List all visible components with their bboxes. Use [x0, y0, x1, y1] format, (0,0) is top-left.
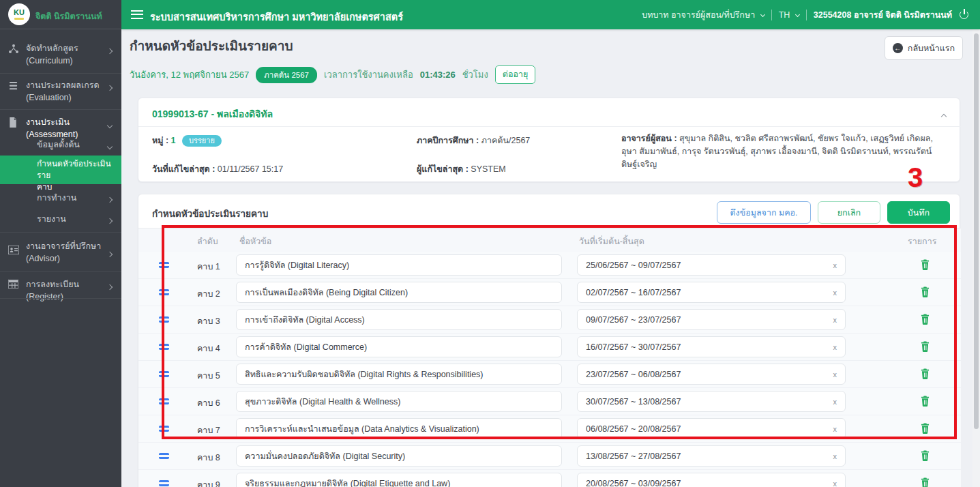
drag-handle-icon[interactable] [159, 398, 169, 404]
sidebar-item-initial-data[interactable]: ข้อมูลตั้งต้น [37, 138, 80, 151]
drag-handle-icon[interactable] [159, 480, 169, 486]
current-date: วันอังคาร, 12 พฤศจิกายน 2567 [130, 68, 249, 82]
drag-handle-icon[interactable] [159, 316, 169, 323]
back-home-button[interactable]: ← กลับหน้าแรก [885, 36, 963, 60]
session-remaining-label: เวลาการใช้งานคงเหลือ [324, 68, 413, 82]
cancel-button[interactable]: ยกเลิก [818, 201, 880, 224]
advisor-icon [8, 246, 19, 256]
delete-row-trash-icon[interactable] [920, 423, 931, 434]
topic-input[interactable]: การรู้ดิจิทัล (Digital Literacy) [236, 254, 562, 276]
delete-row-trash-icon[interactable] [920, 314, 931, 325]
delete-row-trash-icon[interactable] [920, 477, 931, 487]
topic-input[interactable]: สุขภาวะดิจิทัล (Digital Health & Wellnes… [236, 391, 562, 412]
sidebar-item-label: การทำงาน [37, 191, 76, 205]
clear-date-icon[interactable]: x [833, 398, 837, 406]
import-from-tqf-button[interactable]: ดึงข้อมูลจาก มคอ. [717, 201, 811, 224]
topic-input[interactable]: การค้าดิจิทัล (Digital Commerce) [236, 336, 562, 357]
topic-input[interactable]: การวิเคราะห์และนำเสนอข้อมูล (Data Analyt… [236, 418, 562, 439]
sidebar-user-name: จิตติ นิรมิตรานนท์ [35, 10, 102, 23]
language-dropdown[interactable]: TH [779, 10, 799, 20]
role-dropdown[interactable]: บทบาท อาจารย์ผู้สอน/ที่ปรึกษา [642, 8, 764, 22]
delete-row-trash-icon[interactable] [920, 450, 931, 462]
row-order-label: คาบ 8 [197, 451, 220, 464]
clear-date-icon[interactable]: x [833, 425, 837, 433]
sidebar-item-label: งานประมวลผลเกรด [26, 79, 102, 91]
clear-date-icon[interactable]: x [833, 316, 837, 324]
session-remaining-time: 01:43:26 [420, 70, 456, 80]
course-card: 01999013-67 - พลเมืองดิจิทัล หมู่ : 1 บร… [138, 98, 960, 182]
chevron-down-icon [108, 141, 112, 151]
sidebar-item-reports[interactable]: รายงาน [37, 212, 66, 226]
delete-row-trash-icon[interactable] [920, 286, 931, 298]
delete-row-trash-icon[interactable] [920, 259, 931, 271]
sidebar-item-define-evaluation-topics-active[interactable]: กำหนดหัวข้อประเมินราย คาบ [0, 156, 121, 184]
date-range-input[interactable]: 30/07/2567 ~ 13/08/2567x [577, 391, 846, 412]
table-row: คาบ 1 การรู้ดิจิทัล (Digital Literacy) 2… [138, 252, 961, 279]
topic-input[interactable]: การเข้าถึงดิจิทัล (Digital Access) [236, 309, 562, 330]
topic-input[interactable]: การเป็นพลเมืองดิจิทัล (Being Digital Cit… [236, 282, 562, 303]
back-circle-icon: ← [893, 43, 903, 53]
clear-date-icon[interactable]: x [833, 370, 837, 379]
sidebar-item-label: งานประเมิน (Assessment) [26, 116, 108, 141]
column-header-order: ลำดับ [197, 235, 218, 248]
table-row: คาบ 3 การเข้าถึงดิจิทัล (Digital Access)… [138, 306, 961, 334]
renew-session-button[interactable]: ต่ออายุ [495, 65, 535, 84]
clear-date-icon[interactable]: x [833, 261, 837, 269]
date-range-input[interactable]: 16/07/2567 ~ 30/07/2567x [577, 336, 846, 357]
row-order-label: คาบ 9 [197, 478, 220, 487]
term-badge: ภาคต้น 2567 [256, 67, 317, 83]
drag-handle-icon[interactable] [159, 453, 169, 459]
modified-by-value: SYSTEM [471, 164, 505, 174]
delete-row-trash-icon[interactable] [920, 368, 931, 380]
table-row: คาบ 9 จริยธรรมและกฎหมายดิจิทัล (Digital … [138, 470, 961, 487]
drag-handle-icon[interactable] [159, 371, 169, 377]
clear-date-icon[interactable]: x [833, 479, 837, 487]
topic-input-value: การเป็นพลเมืองดิจิทัล (Being Digital Cit… [245, 286, 408, 299]
clear-date-icon[interactable]: x [833, 452, 837, 460]
date-range-input[interactable]: 20/08/2567 ~ 03/09/2567x [577, 473, 846, 487]
date-range-input[interactable]: 13/08/2567 ~ 27/08/2567x [577, 445, 846, 467]
date-range-input[interactable]: 02/07/2567 ~ 16/07/2567x [577, 282, 846, 303]
topic-input-value: สิทธิและความรับผิดชอบดิจิทัล (Digital Ri… [245, 368, 484, 381]
save-button[interactable]: บันทึก [887, 201, 950, 224]
topic-input[interactable]: จริยธรรมและกฎหมายดิจิทัล (Digital Etique… [236, 473, 562, 487]
topic-input[interactable]: สิทธิและความรับผิดชอบดิจิทัล (Digital Ri… [236, 364, 562, 385]
ku-logo-bar [14, 18, 24, 20]
drag-handle-icon[interactable] [159, 289, 169, 295]
date-range-input[interactable]: 06/08/2567 ~ 20/08/2567x [577, 418, 846, 439]
date-range-input[interactable]: 25/06/2567 ~ 09/07/2567x [577, 254, 846, 276]
collapse-card-icon[interactable] [942, 109, 946, 121]
date-range-input[interactable]: 23/07/2567 ~ 06/08/2567x [577, 364, 846, 385]
date-range-input[interactable]: 09/07/2567 ~ 23/07/2567x [577, 309, 846, 330]
date-range-value: 06/08/2567 ~ 20/08/2567 [586, 424, 681, 434]
clear-date-icon[interactable]: x [833, 289, 837, 297]
date-range-value: 30/07/2567 ~ 13/08/2567 [586, 397, 681, 407]
menu-toggle-icon[interactable] [131, 10, 143, 19]
modified-by-label: ผู้แก้ไขล่าสุด : [417, 164, 469, 174]
delete-row-trash-icon[interactable] [920, 341, 931, 353]
sidebar-item-operations[interactable]: การทำงาน [37, 191, 76, 205]
date-range-value: 13/08/2567 ~ 27/08/2567 [586, 452, 681, 461]
curriculum-icon [8, 44, 19, 55]
drag-handle-icon[interactable] [159, 262, 169, 268]
evaluation-icon [8, 80, 19, 91]
drag-handle-icon[interactable] [159, 426, 169, 432]
drag-handle-icon[interactable] [159, 344, 169, 350]
chevron-right-icon [108, 194, 112, 204]
topic-input-value: การเข้าถึงดิจิทัล (Digital Access) [245, 313, 365, 327]
ku-logo: KU [8, 3, 30, 25]
row-order-label: คาบ 1 [197, 260, 220, 274]
register-icon [8, 280, 19, 291]
clear-date-icon[interactable]: x [833, 343, 837, 351]
scrollbar-thumb[interactable] [974, 33, 979, 429]
topbar-user: 32554208 อาจารย์ จิตติ นิรมิตรานนท์ [814, 8, 952, 22]
row-order-label: คาบ 4 [197, 342, 220, 355]
delete-row-trash-icon[interactable] [920, 396, 931, 407]
table-row: คาบ 8 ความมั่นคงปลอดภัยดิจิทัล (Digital … [138, 443, 961, 470]
sidebar-header: KU จิตติ นิรมิตรานนท์ [0, 0, 121, 29]
topic-input-value: การค้าดิจิทัล (Digital Commerce) [245, 340, 367, 354]
topic-input[interactable]: ความมั่นคงปลอดภัยดิจิทัล (Digital Securi… [236, 445, 562, 467]
logout-power-icon[interactable] [959, 9, 970, 20]
sidebar-item-sublabel: (Advisor) [26, 252, 102, 265]
chevron-right-icon [108, 46, 112, 55]
